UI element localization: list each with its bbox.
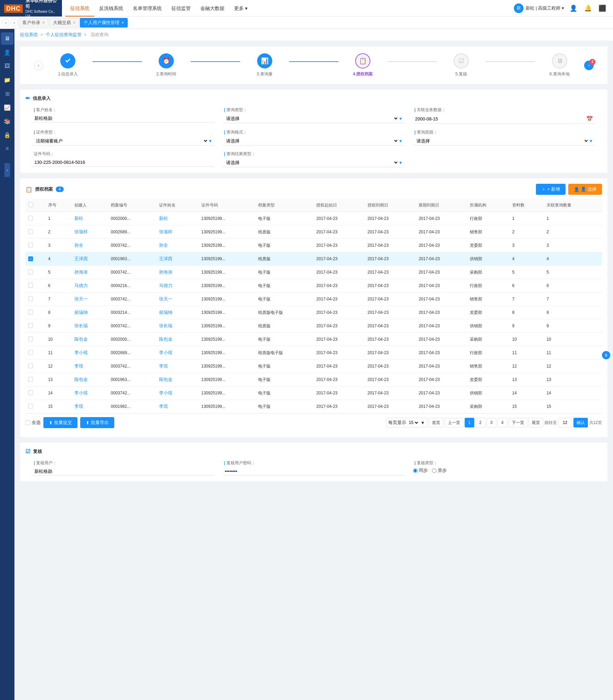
sidebar-icon-book[interactable]: 📚 [1, 115, 13, 127]
table-row[interactable]: 10 陈包金 0002000... 陈包金 130925199... 电子版 2… [25, 333, 602, 346]
steps-next-btn[interactable]: › 3 [584, 61, 594, 70]
creator-link[interactable]: 马德力 [74, 283, 88, 288]
table-row[interactable]: 3 孙全 0003742... 孙全 130925199... 电子版 2017… [25, 239, 602, 252]
batch-export-btn[interactable]: ⬆ 批量导出 [80, 417, 114, 428]
row-checkbox[interactable] [28, 390, 33, 395]
sidebar-icon-lock[interactable]: 🔒 [1, 129, 13, 141]
select-archive-btn[interactable]: 👤 👤 选择 [568, 184, 602, 195]
row-checkbox[interactable] [28, 404, 33, 409]
row-checkbox[interactable] [28, 243, 33, 247]
logout-icon[interactable]: ⬛ [597, 3, 607, 13]
table-row[interactable]: 11 李小瑶 0002689... 李小瑶 130925199... 纸质版电子… [25, 346, 602, 360]
cell-checkbox[interactable] [25, 386, 45, 400]
cert-name-link[interactable]: 侯瑞纳 [159, 310, 172, 315]
cert-name-link[interactable]: 李小瑶 [159, 390, 172, 395]
creator-link[interactable]: 陈包金 [74, 337, 88, 342]
page-1-btn[interactable]: 1 [465, 418, 474, 427]
cell-checkbox[interactable] [25, 373, 45, 386]
table-row[interactable]: 13 陈包金 0001963... 陈包金 130925199... 电子版 2… [25, 373, 602, 386]
creator-link[interactable]: 李小瑶 [74, 350, 88, 355]
next-page-btn[interactable]: 下一页 [509, 418, 527, 427]
cell-checkbox[interactable] [25, 333, 45, 346]
cell-checkbox[interactable] [25, 239, 45, 252]
async-radio-label[interactable]: 异步 [432, 467, 447, 474]
table-row[interactable]: 14 李小瑶 0003742... 李小瑶 130925199... 电子版 2… [25, 386, 602, 400]
table-row[interactable]: 7 张天一 0003742... 张天一 130925199... 电子版 20… [25, 293, 602, 306]
first-page-btn[interactable]: 首页 [429, 418, 443, 427]
creator-link[interactable]: 张天一 [74, 296, 88, 301]
cert-name-link[interactable]: 李小瑶 [159, 350, 172, 355]
sidebar-icon-image[interactable]: 🖼 [1, 60, 13, 72]
related-data-input[interactable] [415, 116, 586, 121]
cert-name-link[interactable]: 张项样 [159, 229, 172, 234]
cert-name-link[interactable]: 李瑶 [159, 404, 168, 409]
select-all-checkbox[interactable] [28, 202, 33, 207]
creator-link[interactable]: 侯瑞纳 [74, 310, 88, 315]
cert-name-link[interactable]: 新松 [159, 216, 168, 221]
row-checkbox[interactable] [28, 337, 33, 341]
customer-name-input[interactable] [32, 114, 214, 123]
cert-name-link[interactable]: 孙海涛 [159, 269, 172, 275]
row-checkbox[interactable]: ✓ [28, 256, 33, 261]
nav-item-jianguan[interactable]: 征信监管 [167, 0, 195, 17]
new-archive-btn[interactable]: ＋ + 新增 [536, 184, 566, 195]
creator-link[interactable]: 王泽西 [74, 256, 88, 261]
sidebar-icon-list[interactable]: ≡ [1, 142, 13, 155]
row-checkbox[interactable] [28, 323, 33, 328]
table-row[interactable]: 1 新松 0002000... 新松 130925199... 电子版 2017… [25, 212, 602, 225]
cert-name-link[interactable]: 孙全 [159, 243, 168, 248]
creator-link[interactable]: 张项样 [74, 229, 88, 234]
cert-name-link[interactable]: 陈包金 [159, 337, 172, 342]
cell-checkbox[interactable] [25, 360, 45, 373]
cert-type-select[interactable]: 活期储蓄账户 [34, 138, 208, 144]
page-2-btn[interactable]: 2 [476, 418, 485, 427]
creator-link[interactable]: 李小瑶 [74, 390, 88, 395]
row-checkbox[interactable] [28, 310, 33, 315]
cell-checkbox[interactable]: ✓ [25, 252, 45, 266]
breadcrumb-zhengxin[interactable]: 征信系统 [20, 32, 38, 37]
tab-personal-mgmt[interactable]: 个人用户属性管理 × [80, 18, 128, 28]
query-reason-select[interactable]: 请选择 [415, 138, 589, 144]
tab-personal-mgmt-close[interactable]: × [121, 18, 124, 28]
tab-kerubulu[interactable]: 客户补录 × [19, 18, 49, 28]
row-checkbox[interactable] [28, 283, 33, 288]
calendar-icon[interactable]: 📅 [586, 116, 593, 122]
cell-checkbox[interactable] [25, 346, 45, 360]
sidebar-icon-monitor[interactable]: 🖥 [1, 32, 13, 45]
creator-link[interactable]: 李瑶 [74, 363, 83, 369]
creator-link[interactable]: 新松 [74, 216, 83, 221]
table-row[interactable]: 2 张项样 0002689... 张项样 130925199... 纸质版 20… [25, 225, 602, 239]
review-password-input[interactable] [223, 467, 405, 476]
jump-input[interactable] [558, 418, 572, 427]
select-all-label[interactable]: 全选 [25, 420, 41, 426]
sidebar-icon-folder[interactable]: 📁 [1, 74, 13, 86]
async-radio[interactable] [432, 468, 436, 473]
sync-radio[interactable] [413, 468, 418, 473]
table-row[interactable]: 9 张长瑞 0003742... 张长瑞 130925199... 纸质版 20… [25, 319, 602, 333]
creator-link[interactable]: 张长瑞 [74, 323, 88, 328]
cell-checkbox[interactable] [25, 212, 45, 225]
cert-number-input[interactable] [32, 158, 214, 167]
table-row[interactable]: 8 侯瑞纳 0003214... 侯瑞纳 130925199... 纸质版电子版… [25, 306, 602, 319]
nav-item-zhengxin[interactable]: 征信系统 [65, 0, 94, 17]
cert-name-link[interactable]: 陈包金 [159, 377, 172, 382]
nav-item-bigdata[interactable]: 金融大数据 [195, 0, 229, 17]
confirm-jump-btn[interactable]: 确认 [573, 418, 588, 427]
per-page-select[interactable]: 15 20 50 [408, 420, 419, 425]
cell-checkbox[interactable] [25, 306, 45, 319]
cert-name-link[interactable]: 张长瑞 [159, 323, 172, 328]
tab-kerubulu-close[interactable]: × [42, 18, 45, 28]
creator-link[interactable]: 孙全 [74, 243, 83, 248]
creator-link[interactable]: 陈包金 [74, 377, 88, 382]
creator-link[interactable]: 孙海涛 [74, 269, 88, 275]
last-page-btn[interactable]: 尾页 [529, 418, 543, 427]
nav-item-mingdan[interactable]: 名单管理系统 [128, 0, 167, 17]
row-checkbox[interactable] [28, 216, 33, 221]
cert-name-link[interactable]: 马德力 [159, 283, 172, 288]
tab-daejiaoji-close[interactable]: × [73, 18, 75, 28]
breadcrumb-personal-monitor[interactable]: 个人征信查询监管 [46, 32, 82, 37]
cert-name-link[interactable]: 李瑶 [159, 363, 168, 369]
nav-item-fanxiqian[interactable]: 反洗钱系统 [94, 0, 128, 17]
table-row[interactable]: ✓ 4 王泽西 0001963... 王泽西 130925199... 纸质版 … [25, 252, 602, 266]
review-user-input[interactable] [32, 467, 214, 476]
